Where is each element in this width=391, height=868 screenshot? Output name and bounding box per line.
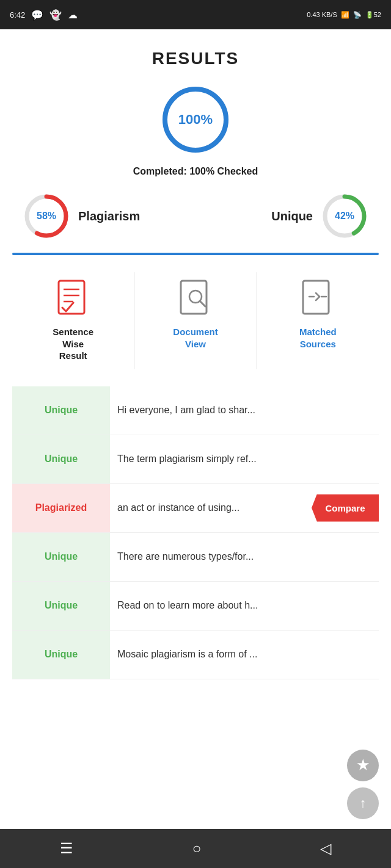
fab-up-button[interactable]: ↑ — [347, 787, 379, 819]
result-text: The term plagiarism simply ref... — [110, 443, 379, 476]
wifi-icon: 📶 — [341, 11, 349, 19]
badge-plagiarized: Plagiarized — [12, 484, 110, 532]
badge-unique: Unique — [12, 386, 110, 435]
unique-label: Unique — [271, 209, 313, 223]
completion-circle-container: 100% — [12, 83, 379, 156]
result-text: an act or instance of using... — [110, 491, 312, 524]
snapchat-icon: 👻 — [49, 9, 62, 21]
unique-circle: 42% — [320, 192, 369, 241]
view-tabs: SentenceWiseResult DocumentView MatchedS… — [12, 272, 379, 369]
unique-stat: 42% Unique — [271, 192, 369, 241]
result-row: Unique The term plagiarism simply ref... — [12, 435, 379, 484]
result-text: Hi everyone, I am glad to shar... — [110, 394, 379, 427]
badge-unique: Unique — [12, 582, 110, 630]
status-bar: 6:42 💬 👻 ☁ 0.43 KB/S 📶 📡 🔋52 — [0, 0, 391, 29]
result-list: Unique Hi everyone, I am glad to shar...… — [12, 386, 379, 679]
nav-home-icon[interactable]: ○ — [192, 840, 202, 857]
plagiarism-circle: 58% — [22, 192, 71, 241]
bottom-nav: ☰ ○ ◁ — [0, 829, 391, 868]
up-arrow-icon: ↑ — [360, 795, 367, 811]
document-icon — [178, 280, 213, 319]
plagiarism-stat: 58% Plagiarism — [22, 192, 140, 241]
badge-unique: Unique — [12, 533, 110, 581]
completion-percent: 100% — [178, 112, 213, 128]
fab-main-button[interactable]: ★ — [347, 750, 379, 781]
status-left: 6:42 💬 👻 ☁ — [10, 9, 78, 21]
result-row: Unique Hi everyone, I am glad to shar... — [12, 386, 379, 435]
svg-rect-10 — [181, 281, 206, 314]
result-text: Mosaic plagiarism is a form of ... — [110, 638, 379, 671]
badge-unique: Unique — [12, 631, 110, 679]
matched-sources-icon — [301, 280, 335, 319]
result-row-plagiarized: Plagiarized an act or instance of using.… — [12, 484, 379, 533]
stat-row: 58% Plagiarism 42% Unique — [12, 192, 379, 241]
main-content: RESULTS 100% Completed: 100% Checked — [0, 29, 391, 692]
result-row: Unique There are numerous types/for... — [12, 533, 379, 582]
nav-menu-icon[interactable]: ☰ — [60, 840, 73, 857]
svg-line-17 — [316, 297, 320, 300]
battery-icon: 🔋52 — [365, 11, 381, 19]
completed-text: Completed: 100% Checked — [12, 166, 379, 177]
compare-button[interactable]: Compare — [312, 494, 379, 522]
sentence-icon — [56, 280, 90, 319]
result-row: Unique Read on to learn more about h... — [12, 582, 379, 631]
tab-sentence-wise[interactable]: SentenceWiseResult — [12, 272, 134, 369]
nav-back-icon[interactable]: ◁ — [320, 840, 331, 857]
cloud-icon: ☁ — [68, 9, 78, 21]
result-row: Unique Mosaic plagiarism is a form of ..… — [12, 631, 379, 679]
blue-divider — [12, 253, 379, 255]
completion-circle: 100% — [159, 83, 232, 156]
unique-percent: 42% — [335, 211, 354, 222]
document-view-label: DocumentView — [173, 326, 217, 350]
tab-matched-sources[interactable]: MatchedSources — [257, 272, 379, 369]
fab-area: ★ ↑ — [347, 750, 379, 819]
plagiarism-label: Plagiarism — [78, 209, 140, 223]
svg-line-12 — [200, 301, 205, 306]
badge-unique: Unique — [12, 435, 110, 483]
page-title: RESULTS — [12, 49, 379, 68]
status-time: 6:42 — [10, 10, 25, 20]
whatsapp-icon: 💬 — [31, 9, 43, 21]
result-text: There are numerous types/for... — [110, 540, 379, 573]
plagiarism-percent: 58% — [37, 211, 56, 222]
matched-sources-label: MatchedSources — [299, 326, 337, 350]
sentence-wise-label: SentenceWiseResult — [53, 326, 93, 362]
network-speed: 0.43 KB/S — [307, 11, 337, 18]
signal-icon: 📡 — [353, 11, 362, 19]
star-icon: ★ — [357, 758, 369, 773]
result-text: Read on to learn more about h... — [110, 589, 379, 622]
svg-line-16 — [316, 293, 320, 297]
tab-document-view[interactable]: DocumentView — [134, 272, 257, 369]
status-right: 0.43 KB/S 📶 📡 🔋52 — [307, 11, 381, 19]
